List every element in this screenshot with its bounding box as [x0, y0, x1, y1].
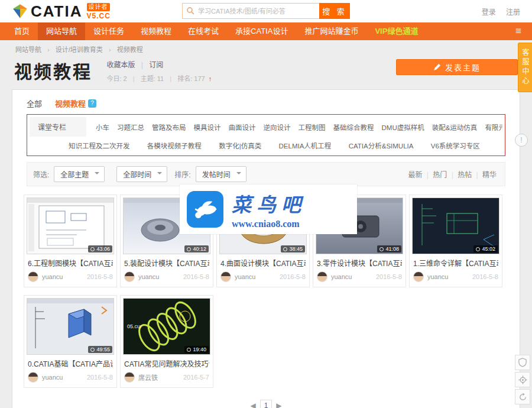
meta-divider: |: [170, 75, 171, 82]
filter-link-newest[interactable]: 最新: [408, 171, 423, 179]
filter-divider: |: [427, 171, 429, 179]
pencil-icon: [433, 63, 441, 71]
category-link[interactable]: 有限元分析&计算: [485, 122, 502, 132]
video-title[interactable]: 0.CATIA基础【CATIA产品设计特...: [28, 358, 113, 368]
avatar[interactable]: [28, 271, 38, 282]
video-card[interactable]: 45:02 1.三维命令详解【CATIA互动特训... yuancu 2016-…: [409, 195, 502, 287]
site-logo[interactable]: CATIA 设计者 V5.CC: [12, 3, 111, 20]
category-link[interactable]: 模具设计: [194, 122, 221, 132]
search-input[interactable]: [182, 3, 319, 19]
tab-video-tutorials[interactable]: 视频教程 ?: [55, 98, 96, 109]
category-link[interactable]: 习题汇总: [117, 122, 144, 132]
meta-divider: |: [141, 61, 143, 69]
video-card[interactable]: 49:55 0.CATIA基础【CATIA产品设计特... yuancu 201…: [24, 295, 117, 388]
breadcrumb-site-guide[interactable]: 网站导航: [15, 46, 41, 53]
avatar[interactable]: [28, 372, 38, 383]
category-link[interactable]: 各模块视频子教程: [147, 143, 202, 150]
category-link[interactable]: 知识工程及二次开发: [69, 143, 130, 150]
post-date: 2016-5-8: [87, 273, 113, 280]
author-link[interactable]: yuancu: [235, 273, 255, 280]
breadcrumb-current[interactable]: 视频教程: [117, 46, 143, 53]
pagination-prev-icon[interactable]: ◀: [250, 401, 255, 408]
watermark-site-url: www.cniao8.com: [232, 219, 306, 229]
breadcrumb-category[interactable]: 设计/培训教育类: [56, 46, 103, 53]
category-link[interactable]: 数字化|仿真类: [219, 143, 261, 150]
thumbnail-caption: 05.cur: [127, 323, 142, 329]
main-nav: 首页 网站导航 设计任务 视频教程 在线考试 承接CATIA设计 推广网站赚金币…: [0, 22, 532, 40]
category-link[interactable]: 小车: [96, 122, 109, 132]
category-link[interactable]: CATIA分析&SIMULIA: [349, 143, 414, 150]
category-link[interactable]: 管路及布局: [152, 122, 186, 132]
nav-item-vip-channel[interactable]: VIP绿色通道: [366, 22, 426, 40]
board-stats: 今日: 2 | 主题: 11 | 排名: 177 ↑: [106, 73, 212, 83]
menu-list-icon[interactable]: ≡: [511, 22, 526, 40]
video-title[interactable]: 5.装配设计模块【CATIA互动特训...: [124, 258, 209, 268]
avatar[interactable]: [124, 271, 135, 282]
author-link[interactable]: yuancu: [42, 273, 63, 280]
category-link[interactable]: 装配&运动仿真: [432, 122, 478, 132]
post-topic-button[interactable]: 发表主题: [396, 59, 518, 75]
settings-button[interactable]: [515, 372, 530, 387]
time-filter-select[interactable]: 全部时间: [116, 166, 167, 182]
nav-item-online-exam[interactable]: 在线考试: [180, 22, 227, 40]
topic-filter-select[interactable]: 全部主题: [54, 166, 105, 182]
duration-badge: 38:45: [281, 245, 305, 252]
avatar[interactable]: [317, 271, 327, 282]
login-link[interactable]: 登录: [482, 8, 496, 17]
video-title[interactable]: 1.三维命令详解【CATIA互动特训...: [413, 258, 498, 268]
category-link[interactable]: DMU虚拟样机: [382, 122, 424, 132]
video-card[interactable]: 05.cur 19:40 CATIA常见问题解决及技巧合集—... 席云铁 20…: [120, 295, 213, 388]
author-link[interactable]: yuancu: [42, 374, 63, 381]
customer-service-tab[interactable]: 客服中心: [518, 43, 532, 92]
category-link[interactable]: 曲面设计: [229, 122, 256, 132]
avatar[interactable]: [124, 372, 135, 383]
category-link[interactable]: 工程制图: [299, 122, 326, 132]
sort-select[interactable]: 发帖时间: [196, 166, 246, 182]
pagination-next-icon[interactable]: ▶: [276, 401, 281, 408]
nav-item-site-guide[interactable]: 网站导航: [38, 22, 85, 40]
nav-item-design-tasks[interactable]: 设计任务: [85, 22, 132, 40]
nav-item-home[interactable]: 首页: [6, 22, 38, 40]
logo-badge: 设计者: [87, 3, 110, 11]
breadcrumb: 网站导航 › 设计/培训教育类 › 视频教程: [0, 40, 532, 56]
video-thumbnail[interactable]: 49:55: [27, 298, 114, 355]
pagination-page-1[interactable]: 1: [260, 400, 272, 408]
breadcrumb-separator: ›: [47, 46, 50, 53]
search-button[interactable]: 搜 索: [319, 3, 350, 19]
video-title[interactable]: 6.工程制图模块【CATIA互动特训...: [28, 258, 113, 268]
video-card[interactable]: 43:06 6.工程制图模块【CATIA互动特训... yuancu 2016-…: [24, 195, 117, 287]
filter-link-hot-posts[interactable]: 热帖: [458, 171, 472, 179]
author-link[interactable]: yuancu: [427, 273, 448, 280]
tab-all[interactable]: 全部: [27, 98, 42, 109]
author-link[interactable]: 席云铁: [138, 373, 158, 382]
author-link[interactable]: yuancu: [138, 273, 159, 280]
avatar[interactable]: [413, 271, 424, 282]
video-thumbnail[interactable]: 05.cur 19:40: [123, 298, 210, 355]
register-link[interactable]: 注册: [506, 8, 520, 17]
back-to-top-button[interactable]: [515, 389, 530, 404]
nav-item-promote-coins[interactable]: 推广网站赚金币: [296, 22, 366, 40]
video-title[interactable]: 3.零件设计模块【CATIA互动特训...: [317, 258, 402, 268]
video-thumbnail[interactable]: 43:06: [27, 197, 114, 254]
help-icon[interactable]: !: [515, 134, 528, 147]
category-link[interactable]: 基础综合教程: [333, 122, 374, 132]
nav-item-catia-design[interactable]: 承接CATIA设计: [227, 22, 296, 40]
subscribe-link[interactable]: 订阅: [149, 61, 163, 69]
nav-item-video-tutorials[interactable]: 视频教程: [132, 22, 180, 40]
filter-link-hot[interactable]: 热门: [433, 171, 447, 179]
video-title[interactable]: 4.曲面设计模块【CATIA互动特训...: [220, 258, 306, 268]
favorite-board-link[interactable]: 收藏本版: [106, 61, 135, 69]
video-thumbnail[interactable]: 45:02: [412, 197, 499, 254]
category-link[interactable]: 逆向设计: [264, 122, 291, 132]
post-date: 2016-5-8: [280, 273, 306, 280]
author-link[interactable]: yuancu: [331, 273, 352, 280]
shield-button[interactable]: [515, 355, 530, 370]
category-panel-label: 课堂专栏: [30, 117, 86, 137]
avatar[interactable]: [220, 271, 231, 282]
post-date: 2016-5-7: [183, 374, 209, 381]
video-title[interactable]: CATIA常见问题解决及技巧合集—...: [124, 358, 209, 368]
filter-divider: |: [476, 171, 478, 179]
category-link[interactable]: V6系统学习专区: [431, 143, 480, 150]
category-link[interactable]: DELMIA人机工程: [279, 143, 332, 150]
filter-link-digest[interactable]: 精华: [482, 171, 497, 179]
